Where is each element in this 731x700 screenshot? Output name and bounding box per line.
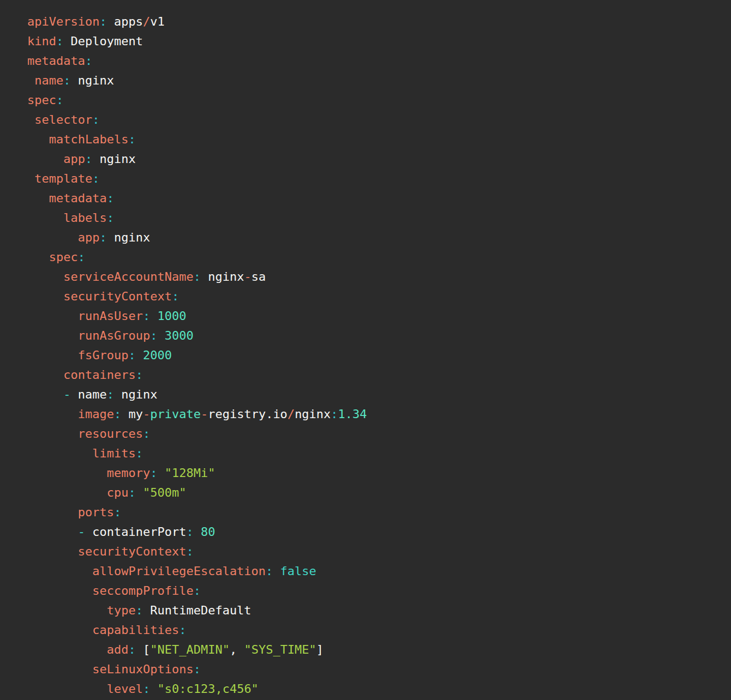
token-plain: apps — [107, 15, 143, 28]
token-colon: : — [186, 545, 193, 558]
token-num: 1000 — [157, 309, 186, 323]
code-line: metadata: — [27, 51, 720, 71]
code-line: securityContext: — [27, 542, 720, 562]
token-colon: : — [143, 427, 150, 440]
token-plain: ] — [316, 643, 323, 656]
token-colon: : — [150, 329, 157, 342]
token-plain — [136, 348, 143, 362]
token-colon: : — [56, 34, 63, 48]
token-plain: [ — [136, 643, 151, 656]
token-plain — [150, 682, 157, 696]
code-line: selector: — [27, 110, 720, 130]
token-colon: : — [85, 152, 92, 166]
token-colon: : — [143, 309, 150, 323]
code-line: template: — [27, 169, 720, 189]
code-line: kind: Deployment — [27, 32, 720, 51]
token-num: 3000 — [165, 329, 194, 342]
token-key: runAsUser — [78, 309, 143, 323]
token-str: "128Mi" — [165, 466, 215, 480]
token-key: selector — [34, 113, 92, 126]
token-key: name — [34, 74, 63, 87]
token-key: limits — [92, 446, 135, 460]
code-line: cpu: "500m" — [27, 483, 720, 503]
token-key: type — [107, 604, 136, 617]
token-key: fsGroup — [78, 348, 129, 362]
token-colon: : — [92, 172, 99, 185]
code-line: capabilities: — [27, 620, 720, 640]
token-colon: : — [114, 505, 121, 519]
token-str: "SYS_TIME" — [244, 643, 316, 656]
token-colon: : — [107, 211, 114, 225]
token-key: containers — [63, 368, 135, 382]
token-colon: : — [63, 74, 70, 87]
token-colon: : — [150, 466, 157, 480]
token-key: app — [63, 152, 85, 166]
token-plain: RuntimeDefault — [143, 604, 251, 617]
token-key: add — [107, 643, 129, 656]
token-colon: : — [128, 132, 135, 146]
token-plain: v1 — [150, 15, 165, 28]
code-line: resources: — [27, 424, 720, 444]
token-key: app — [78, 231, 100, 244]
token-key: metadata — [27, 54, 85, 68]
token-colon: : — [107, 191, 114, 205]
token-key: kind — [27, 34, 56, 48]
token-colon: : — [194, 270, 201, 283]
code-line: name: nginx — [27, 71, 720, 90]
token-key: level — [107, 682, 143, 696]
token-colon: : — [78, 250, 85, 264]
token-key: labels — [63, 211, 106, 225]
token-colon: : — [172, 289, 179, 303]
token-plain — [194, 525, 201, 539]
code-line: fsGroup: 2000 — [27, 346, 720, 365]
token-plain — [157, 329, 164, 342]
token-plain: my — [121, 407, 143, 421]
token-colon: : — [107, 388, 114, 401]
token-key: spec — [49, 250, 78, 264]
token-plain: nginx — [107, 231, 150, 244]
code-line: - name: nginx — [27, 385, 720, 405]
token-colon: : — [186, 525, 193, 539]
token-key: seccompProfile — [92, 584, 193, 598]
token-num: 1.34 — [338, 407, 367, 421]
code-line: image: my-private-registry.io/nginx:1.34 — [27, 405, 720, 424]
yaml-code-block: apiVersion: apps/v1kind: Deploymentmetad… — [0, 0, 731, 700]
code-line: level: "s0:c123,c456" — [27, 679, 720, 699]
token-key: ports — [78, 505, 114, 519]
token-num: private — [150, 407, 201, 421]
token-plain: registry.io — [208, 407, 287, 421]
token-plain: nginx — [295, 407, 331, 421]
token-colon: : — [194, 584, 201, 598]
token-colon: : — [136, 368, 143, 382]
token-colon: : — [128, 348, 135, 362]
token-plain — [136, 486, 143, 499]
code-line: app: nginx — [27, 228, 720, 248]
token-colon: : — [114, 407, 121, 421]
token-colon: : — [56, 93, 63, 107]
token-colon: : — [194, 662, 201, 676]
token-key: seLinuxOptions — [92, 662, 193, 676]
code-line: containers: — [27, 365, 720, 385]
code-line: add: ["NET_ADMIN", "SYS_TIME"] — [27, 640, 720, 660]
code-line: ports: — [27, 503, 720, 522]
token-key: template — [34, 172, 92, 185]
code-line: allowPrivilegeEscalation: false — [27, 562, 720, 581]
code-line: limits: — [27, 444, 720, 463]
token-plain: , — [230, 643, 244, 656]
token-op: - — [244, 270, 251, 283]
token-key: runAsGroup — [78, 329, 150, 342]
code-line: metadata: — [27, 189, 720, 208]
token-num: 80 — [201, 525, 215, 539]
token-num: 2000 — [143, 348, 172, 362]
token-key: securityContext — [78, 545, 187, 558]
code-line: matchLabels: — [27, 130, 720, 149]
token-colon: : — [99, 15, 106, 28]
token-op: - — [143, 407, 150, 421]
token-plain — [157, 466, 164, 480]
token-bool: false — [280, 564, 316, 578]
token-plain: name — [70, 388, 106, 401]
token-colon: : — [331, 407, 338, 421]
token-key: serviceAccountName — [63, 270, 193, 283]
token-colon: : — [266, 564, 273, 578]
code-line: seLinuxOptions: — [27, 660, 720, 679]
